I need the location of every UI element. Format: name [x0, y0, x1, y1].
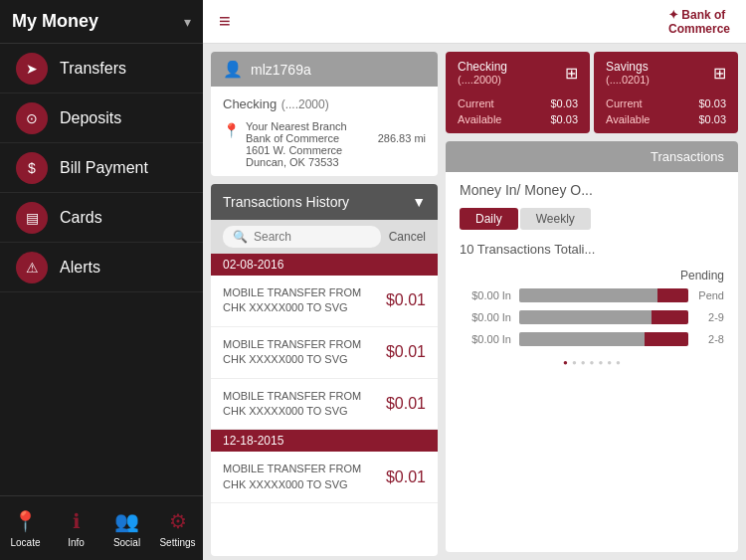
branch-city: Duncan, OK 73533	[246, 156, 426, 168]
alerts-icon: ⚠	[16, 252, 48, 283]
transaction-amount: $0.01	[386, 343, 426, 361]
checking-summary-card: Checking (....2000) ⊞ Current $0.03 Avai…	[446, 52, 590, 133]
transactions-header: Transactions History ▼	[211, 184, 438, 220]
transactions-title: Transactions History	[223, 194, 349, 210]
sidebar-item-deposits[interactable]: ⊙ Deposits	[0, 93, 203, 143]
table-row[interactable]: MOBILE TRANSFER FROM CHK XXXXX000 TO SVG…	[211, 276, 438, 327]
bar-fill-gray-2	[519, 310, 652, 324]
transfers-icon: ➤	[16, 53, 48, 85]
bar-row-2: $0.00 In 2-9	[460, 310, 724, 324]
search-bar: 🔍 Cancel	[211, 220, 438, 254]
transaction-amount: $0.01	[386, 468, 426, 486]
sidebar: My Money ▾ ➤ Transfers ⊙ Deposits $ Bill…	[0, 0, 203, 560]
bar-fill-gray-3	[519, 332, 645, 346]
chart-tabs: Daily Weekly	[460, 208, 724, 230]
date-header-2: 12-18-2015	[211, 430, 438, 452]
checking-number: (....2000)	[458, 74, 507, 86]
savings-available-row: Available $0.03	[606, 113, 726, 125]
sidebar-footer: 📍 Locate ℹ Info 👥 Social ⚙ Settings	[0, 495, 203, 560]
sidebar-title: My Money	[12, 11, 98, 32]
accounts-row: Checking (....2000) ⊞ Current $0.03 Avai…	[446, 52, 738, 133]
account-card: 👤 mlz1769a Checking (....2000) 📍 Your Ne…	[211, 52, 438, 176]
bar-date-3: 2-8	[696, 333, 724, 345]
checking-available-row: Available $0.03	[458, 113, 578, 125]
bar-fill-gray-1	[519, 288, 657, 302]
branch-info: 📍 Your Nearest Branch Bank of Commerce 2…	[223, 120, 426, 168]
cards-icon: ▤	[16, 202, 48, 234]
locate-icon: 📍	[13, 509, 38, 533]
bar-fill-red-1	[657, 288, 688, 302]
table-row[interactable]: MOBILE TRANSFER FROM CHK XXXXX000 TO SVG…	[211, 379, 438, 431]
footer-locate[interactable]: 📍 Locate	[0, 496, 51, 560]
footer-social-label: Social	[113, 537, 140, 548]
footer-info[interactable]: ℹ Info	[51, 496, 101, 560]
account-number: (....2000)	[281, 97, 329, 111]
sidebar-item-bill-payment[interactable]: $ Bill Payment	[0, 143, 203, 193]
tab-daily[interactable]: Daily	[460, 208, 518, 230]
transaction-desc: MOBILE TRANSFER FROM CHK XXXXX000 TO SVG	[223, 462, 386, 492]
dot-active: ●	[563, 358, 568, 367]
sidebar-item-transfers[interactable]: ➤ Transfers	[0, 44, 203, 93]
bar-fill-red-3	[645, 332, 688, 346]
savings-summary-card: Savings (....0201) ⊞ Current $0.03 Avail…	[594, 52, 738, 133]
bank-branch-name: Bank of Commerce 286.83 mi	[246, 132, 426, 144]
transactions-scroll[interactable]: 02-08-2016 MOBILE TRANSFER FROM CHK XXXX…	[211, 254, 438, 556]
dot-4: ●	[598, 358, 603, 367]
bar-fill-red-2	[652, 310, 688, 324]
bar-track-3	[519, 332, 688, 346]
content-area: 👤 mlz1769a Checking (....2000) 📍 Your Ne…	[203, 44, 746, 560]
pending-section-title: Pending	[460, 269, 724, 282]
dot-3: ●	[590, 358, 595, 367]
search-input-wrap: 🔍	[223, 226, 381, 248]
chart-subtitle: Money In/ Money O...	[460, 182, 724, 198]
info-icon: ℹ	[73, 509, 81, 533]
transaction-desc: MOBILE TRANSFER FROM CHK XXXXX000 TO SVG	[223, 285, 386, 316]
sidebar-header: My Money ▾	[0, 0, 203, 44]
bill-payment-icon: $	[16, 152, 48, 184]
savings-current-row: Current $0.03	[606, 97, 726, 109]
chart-total: 10 Transactions Totali...	[460, 242, 724, 257]
search-input[interactable]	[254, 230, 371, 244]
pagination-dots: ● ● ● ● ● ● ●	[460, 358, 724, 367]
cancel-button[interactable]: Cancel	[389, 230, 426, 244]
account-type: Checking	[223, 96, 277, 111]
tab-weekly[interactable]: Weekly	[520, 208, 591, 230]
bank-name: ✦ Bank ofCommerce	[668, 8, 730, 36]
checking-available-value: $0.03	[550, 113, 578, 125]
main-content: ≡ ✦ Bank ofCommerce 👤 mlz1769a Checking …	[203, 0, 746, 560]
checking-current-label: Current	[458, 97, 494, 109]
footer-settings[interactable]: ⚙ Settings	[152, 496, 203, 560]
grid-icon: ⊞	[565, 64, 578, 83]
savings-name: Savings	[606, 60, 650, 74]
savings-current-value: $0.03	[698, 97, 726, 109]
branch-address: 1601 W. Commerce	[246, 144, 426, 156]
sidebar-nav: ➤ Transfers ⊙ Deposits $ Bill Payment ▤ …	[0, 44, 203, 495]
footer-locate-label: Locate	[10, 537, 40, 548]
checking-available-label: Available	[458, 113, 501, 125]
bar-date-2: 2-9	[696, 311, 724, 323]
branch-name: Your Nearest Branch	[246, 120, 426, 132]
sidebar-item-alerts[interactable]: ⚠ Alerts	[0, 243, 203, 292]
footer-info-label: Info	[68, 537, 85, 548]
transaction-amount: $0.01	[386, 291, 426, 309]
dot-5: ●	[607, 358, 612, 367]
sidebar-item-label: Transfers	[60, 60, 126, 78]
deposits-icon: ⊙	[16, 102, 48, 134]
chevron-down-icon[interactable]: ▾	[184, 14, 191, 30]
sidebar-item-cards[interactable]: ▤ Cards	[0, 193, 203, 243]
account-username: mlz1769a	[251, 62, 311, 78]
table-row[interactable]: MOBILE TRANSFER FROM CHK XXXXX000 TO SVG…	[211, 327, 438, 379]
checking-current-row: Current $0.03	[458, 97, 578, 109]
savings-available-value: $0.03	[698, 113, 726, 125]
grid-icon-2: ⊞	[713, 64, 726, 83]
hamburger-icon[interactable]: ≡	[219, 10, 231, 33]
table-row[interactable]: MOBILE TRANSFER FROM CHK XXXXX000 TO SVG…	[211, 452, 438, 503]
transaction-amount: $0.01	[386, 395, 426, 413]
bar-label-3: $0.00 In	[460, 333, 511, 345]
dot-1: ●	[572, 358, 577, 367]
search-icon: 🔍	[233, 230, 248, 244]
footer-social[interactable]: 👥 Social	[101, 496, 152, 560]
filter-icon[interactable]: ▼	[412, 194, 426, 210]
transaction-desc: MOBILE TRANSFER FROM CHK XXXXX000 TO SVG	[223, 337, 386, 368]
transactions-panel: Transactions History ▼ 🔍 Cancel 02-08-20…	[211, 184, 438, 556]
